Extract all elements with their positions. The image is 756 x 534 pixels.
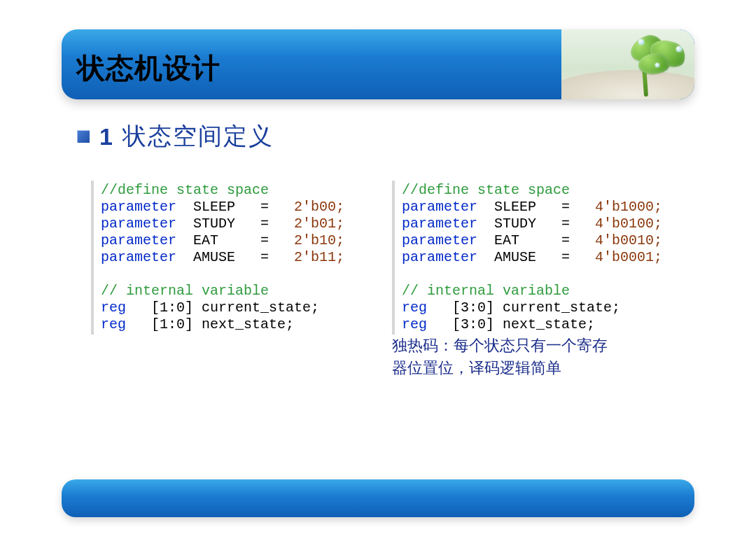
op: = [260,199,269,215]
section-heading: 1 状态空间定义 [77,120,274,153]
id: current_state; [202,300,319,316]
op: = [260,216,269,232]
op: = [561,249,570,265]
range: [3:0] [452,300,494,316]
slide: 状态机设计 1 状态空间定义 //define state space para… [0,0,756,534]
id: AMUSE [494,249,536,265]
lit: 4'b1000; [595,199,662,215]
code-comment: // internal variable [101,283,269,299]
kw: reg [101,316,126,332]
op: = [260,232,269,248]
id: STUDY [193,216,235,232]
id: STUDY [494,216,536,232]
id: next_state; [503,316,595,332]
kw: parameter [402,216,477,232]
kw: parameter [101,199,176,215]
id: EAT [193,232,218,248]
id: SLEEP [494,199,536,215]
kw: reg [402,300,427,316]
code-comment: //define state space [402,182,570,198]
op: = [561,199,570,215]
bullet-icon [77,130,90,143]
op: = [561,216,570,232]
kw: parameter [402,232,477,248]
lit: 4'b0010; [595,232,662,248]
id: AMUSE [193,249,235,265]
kw: parameter [101,216,176,232]
lit: 2'b01; [294,216,344,232]
dewdrop-shape [676,46,682,52]
onehot-note: 独热码：每个状态只有一个寄存器位置位，译码逻辑简单 [392,335,616,379]
code-comment: //define state space [101,182,269,198]
kw: parameter [101,249,176,265]
kw: parameter [402,249,477,265]
range: [1:0] [151,300,193,316]
lit: 4'b0001; [595,249,662,265]
footer-bar [62,479,694,517]
kw: reg [402,316,427,332]
dewdrop-shape [655,63,659,67]
section-number: 1 [99,123,113,150]
op: = [260,249,269,265]
range: [3:0] [452,316,494,332]
code-block-binary: //define state space parameter SLEEP = 2… [91,181,353,335]
dewdrop-shape [638,39,644,45]
lit: 4'b0100; [595,216,662,232]
kw: parameter [402,199,477,215]
range: [1:0] [151,316,193,332]
id: EAT [494,232,519,248]
lit: 2'b11; [294,249,344,265]
id: current_state; [503,300,620,316]
header-bar: 状态机设计 [62,29,694,99]
kw: reg [101,300,126,316]
id: SLEEP [193,199,235,215]
slide-title: 状态机设计 [77,49,220,87]
sprout-icon [610,34,680,98]
header-photo [561,29,694,99]
lit: 2'b10; [294,232,344,248]
code-comment: // internal variable [402,283,570,299]
id: next_state; [202,316,294,332]
code-block-onehot: //define state space parameter SLEEP = 4… [392,181,682,335]
kw: parameter [101,232,176,248]
op: = [561,232,570,248]
section-title: 状态空间定义 [122,120,274,153]
lit: 2'b00; [294,199,344,215]
